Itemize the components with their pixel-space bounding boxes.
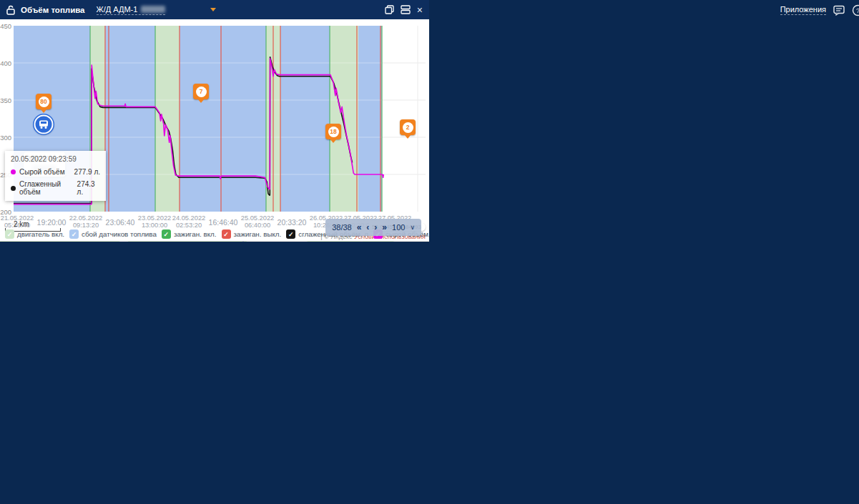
journal-pager: 38/38 « ‹ › » 100 ∨ bbox=[325, 219, 421, 236]
legend-label: зажиган. выкл. bbox=[234, 230, 282, 238]
tooltip-datetime: 20.05.2022 09:23:59 bbox=[11, 155, 100, 163]
panel-controls: × bbox=[385, 5, 423, 15]
fuel-panel: Объём топлива Ж/Д АДМ-1 × 45040035030025… bbox=[0, 0, 429, 241]
legend-label: двигатель вкл. bbox=[17, 230, 64, 238]
chart-tooltip: 20.05.2022 09:23:59 Сырой объём 277.9 л.… bbox=[5, 151, 106, 201]
fuel-panel-header: Объём топлива Ж/Д АДМ-1 × bbox=[0, 0, 429, 19]
axis-tick-label: 400 bbox=[0, 59, 11, 67]
help-icon[interactable]: ? bbox=[852, 4, 859, 16]
series-label: Сглаженный объём bbox=[19, 180, 77, 196]
marker-number: 18 bbox=[328, 127, 339, 137]
next-page-button[interactable]: › bbox=[374, 222, 377, 232]
legend-item[interactable]: ✓зажиган. выкл. bbox=[222, 229, 282, 239]
legend-checkbox[interactable]: ✓ bbox=[222, 229, 231, 239]
legend-checkbox[interactable]: ✓ bbox=[5, 229, 14, 239]
app-window: Проверка Ж-Тр-Топ-Об × + Приложения ? bbox=[0, 0, 859, 504]
series-value: 274.3 л. bbox=[77, 180, 100, 196]
first-page-button[interactable]: « bbox=[357, 222, 362, 232]
legend-checkbox[interactable]: ✓ bbox=[69, 229, 79, 239]
redacted-text bbox=[141, 6, 165, 13]
chevron-down-icon[interactable] bbox=[210, 8, 216, 11]
prev-page-button[interactable]: ‹ bbox=[366, 222, 369, 232]
track-marker[interactable]: 2 bbox=[400, 119, 416, 135]
fuel-chart[interactable]: 450400350300250200 21.05.202205:26:4019:… bbox=[0, 19, 429, 241]
series-dot bbox=[11, 169, 16, 174]
tooltip-row: Сырой объём 277.9 л. bbox=[11, 168, 100, 176]
series-label: Сырой объём bbox=[19, 168, 65, 176]
tooltip-row: Сглаженный объём 274.3 л. bbox=[11, 180, 100, 196]
chevron-down-icon[interactable]: ∨ bbox=[410, 224, 415, 231]
track-marker[interactable]: 18 bbox=[325, 124, 341, 139]
legend-checkbox[interactable]: ✓ bbox=[286, 229, 295, 239]
legend-item[interactable]: ✓двигатель вкл. bbox=[5, 229, 64, 239]
vehicle-selector[interactable]: Ж/Д АДМ-1 bbox=[97, 5, 166, 15]
svg-text:?: ? bbox=[856, 7, 859, 14]
legend-item[interactable]: ✓сбой датчиков топлива bbox=[69, 229, 157, 239]
track-marker[interactable]: 7 bbox=[193, 84, 209, 99]
axis-tick-label: 300 bbox=[0, 134, 11, 142]
restore-icon[interactable] bbox=[385, 5, 394, 14]
chat-icon[interactable] bbox=[833, 5, 845, 16]
series-dot bbox=[11, 186, 16, 191]
marker-number: 2 bbox=[403, 122, 413, 133]
track-marker[interactable]: 80 bbox=[36, 94, 51, 109]
scale-label: 2 km bbox=[5, 220, 61, 228]
legend-item[interactable]: ✓зажиган. вкл. bbox=[162, 229, 217, 239]
axis-tick-label: 450 bbox=[0, 22, 11, 30]
close-icon[interactable]: × bbox=[417, 5, 423, 15]
legend-label: сбой датчиков топлива bbox=[82, 230, 157, 238]
fuel-chart-plot bbox=[0, 19, 429, 241]
page-size-select[interactable]: 100 bbox=[392, 223, 405, 232]
series-value: 277.9 л. bbox=[74, 168, 100, 176]
lock-icon[interactable] bbox=[6, 5, 15, 15]
bus-icon bbox=[39, 120, 49, 129]
panel-title: Объём топлива bbox=[21, 6, 85, 14]
topbar-right: Приложения ? bbox=[780, 4, 859, 16]
page-position: 38/38 bbox=[332, 223, 352, 232]
legend-label: зажиган. вкл. bbox=[174, 230, 217, 238]
marker-number: 80 bbox=[39, 97, 49, 107]
layout-icon[interactable] bbox=[401, 5, 411, 14]
vehicle-marker[interactable] bbox=[34, 115, 54, 134]
marker-number: 7 bbox=[196, 87, 207, 97]
legend-checkbox[interactable]: ✓ bbox=[162, 229, 171, 239]
last-page-button[interactable]: » bbox=[382, 222, 387, 232]
apps-link[interactable]: Приложения bbox=[780, 5, 826, 15]
axis-tick-label: 350 bbox=[0, 97, 11, 104]
